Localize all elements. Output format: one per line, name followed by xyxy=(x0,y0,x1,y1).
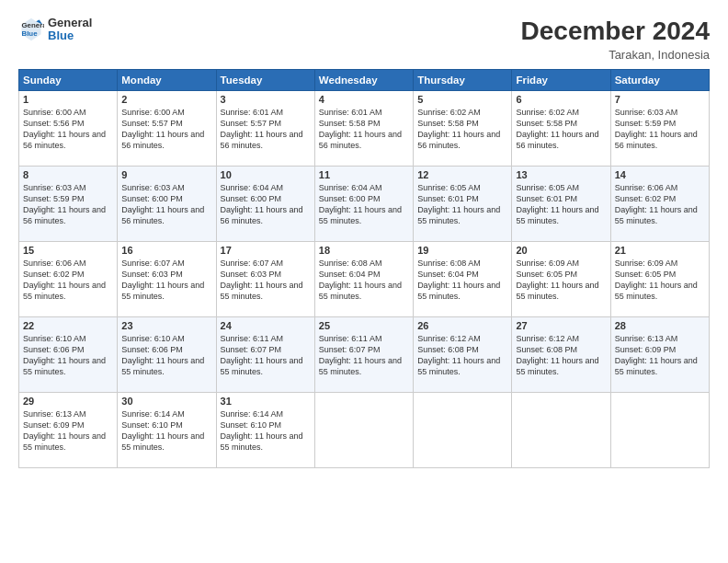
day-number: 31 xyxy=(221,396,311,407)
calendar-cell: 16Sunrise: 6:07 AMSunset: 6:03 PMDayligh… xyxy=(118,242,216,317)
cell-info: Sunrise: 6:07 AMSunset: 6:03 PMDaylight:… xyxy=(221,258,311,303)
day-number: 27 xyxy=(516,320,606,331)
cell-info: Sunrise: 6:03 AMSunset: 5:59 PMDaylight:… xyxy=(23,182,113,227)
day-number: 5 xyxy=(417,94,507,105)
day-number: 25 xyxy=(319,320,409,331)
day-number: 8 xyxy=(23,169,113,180)
calendar-cell: 24Sunrise: 6:11 AMSunset: 6:07 PMDayligh… xyxy=(216,317,314,393)
day-number: 2 xyxy=(121,94,211,105)
calendar-cell: 28Sunrise: 6:13 AMSunset: 6:09 PMDayligh… xyxy=(610,317,709,393)
calendar-cell: 19Sunrise: 6:08 AMSunset: 6:04 PMDayligh… xyxy=(414,242,512,317)
calendar-cell: 17Sunrise: 6:07 AMSunset: 6:03 PMDayligh… xyxy=(216,242,314,317)
day-number: 24 xyxy=(221,320,311,331)
day-number: 23 xyxy=(121,320,211,331)
logo-general: General xyxy=(48,17,92,29)
day-number: 14 xyxy=(615,169,705,180)
calendar-cell xyxy=(610,393,709,468)
cell-info: Sunrise: 6:09 AMSunset: 6:05 PMDaylight:… xyxy=(615,258,705,303)
calendar-cell: 31Sunrise: 6:14 AMSunset: 6:10 PMDayligh… xyxy=(216,393,314,468)
calendar-cell xyxy=(314,393,413,468)
day-number: 1 xyxy=(23,94,113,105)
day-number: 10 xyxy=(221,169,311,180)
day-number: 26 xyxy=(417,320,507,331)
calendar-cell xyxy=(512,393,610,468)
logo-blue: Blue xyxy=(48,29,92,42)
cell-info: Sunrise: 6:04 AMSunset: 6:00 PMDaylight:… xyxy=(319,182,409,227)
day-number: 12 xyxy=(417,169,507,180)
logo-icon: General Blue xyxy=(18,17,44,42)
calendar-cell: 10Sunrise: 6:04 AMSunset: 6:00 PMDayligh… xyxy=(216,167,314,242)
day-number: 13 xyxy=(516,169,606,180)
calendar-cell: 14Sunrise: 6:06 AMSunset: 6:02 PMDayligh… xyxy=(610,167,709,242)
header: General Blue General Blue December 2024 … xyxy=(18,17,710,62)
cell-info: Sunrise: 6:01 AMSunset: 5:58 PMDaylight:… xyxy=(319,107,409,152)
calendar-week-1: 1Sunrise: 6:00 AMSunset: 5:56 PMDaylight… xyxy=(19,91,710,167)
calendar-cell: 15Sunrise: 6:06 AMSunset: 6:02 PMDayligh… xyxy=(19,242,118,317)
weekday-header-friday: Friday xyxy=(512,70,610,91)
day-number: 30 xyxy=(121,396,211,407)
cell-info: Sunrise: 6:03 AMSunset: 5:59 PMDaylight:… xyxy=(615,107,705,152)
calendar-cell xyxy=(414,393,512,468)
day-number: 22 xyxy=(23,320,113,331)
calendar-cell: 20Sunrise: 6:09 AMSunset: 6:05 PMDayligh… xyxy=(512,242,610,317)
weekday-header-wednesday: Wednesday xyxy=(314,70,413,91)
day-number: 6 xyxy=(516,94,606,105)
calendar-cell: 25Sunrise: 6:11 AMSunset: 6:07 PMDayligh… xyxy=(314,317,413,393)
weekday-header-row: SundayMondayTuesdayWednesdayThursdayFrid… xyxy=(19,70,710,91)
cell-info: Sunrise: 6:00 AMSunset: 5:57 PMDaylight:… xyxy=(121,107,211,152)
calendar-cell: 22Sunrise: 6:10 AMSunset: 6:06 PMDayligh… xyxy=(19,317,118,393)
month-year: December 2024 xyxy=(521,17,710,46)
calendar-week-4: 22Sunrise: 6:10 AMSunset: 6:06 PMDayligh… xyxy=(19,317,710,393)
cell-info: Sunrise: 6:06 AMSunset: 6:02 PMDaylight:… xyxy=(23,258,113,303)
title-block: December 2024 Tarakan, Indonesia xyxy=(521,17,710,62)
cell-info: Sunrise: 6:01 AMSunset: 5:57 PMDaylight:… xyxy=(221,107,311,152)
calendar-cell: 4Sunrise: 6:01 AMSunset: 5:58 PMDaylight… xyxy=(314,91,413,167)
calendar-cell: 13Sunrise: 6:05 AMSunset: 6:01 PMDayligh… xyxy=(512,167,610,242)
calendar: SundayMondayTuesdayWednesdayThursdayFrid… xyxy=(18,69,710,468)
cell-info: Sunrise: 6:05 AMSunset: 6:01 PMDaylight:… xyxy=(516,182,606,227)
day-number: 29 xyxy=(23,396,113,407)
calendar-cell: 21Sunrise: 6:09 AMSunset: 6:05 PMDayligh… xyxy=(610,242,709,317)
cell-info: Sunrise: 6:11 AMSunset: 6:07 PMDaylight:… xyxy=(221,333,311,378)
cell-info: Sunrise: 6:06 AMSunset: 6:02 PMDaylight:… xyxy=(615,182,705,227)
cell-info: Sunrise: 6:09 AMSunset: 6:05 PMDaylight:… xyxy=(516,258,606,303)
location: Tarakan, Indonesia xyxy=(521,48,710,62)
calendar-cell: 11Sunrise: 6:04 AMSunset: 6:00 PMDayligh… xyxy=(314,167,413,242)
day-number: 9 xyxy=(121,169,211,180)
day-number: 17 xyxy=(221,245,311,256)
cell-info: Sunrise: 6:03 AMSunset: 6:00 PMDaylight:… xyxy=(121,182,211,227)
cell-info: Sunrise: 6:07 AMSunset: 6:03 PMDaylight:… xyxy=(121,258,211,303)
calendar-week-5: 29Sunrise: 6:13 AMSunset: 6:09 PMDayligh… xyxy=(19,393,710,468)
cell-info: Sunrise: 6:10 AMSunset: 6:06 PMDaylight:… xyxy=(121,333,211,378)
cell-info: Sunrise: 6:05 AMSunset: 6:01 PMDaylight:… xyxy=(417,182,507,227)
calendar-cell: 27Sunrise: 6:12 AMSunset: 6:08 PMDayligh… xyxy=(512,317,610,393)
cell-info: Sunrise: 6:14 AMSunset: 6:10 PMDaylight:… xyxy=(121,408,211,454)
cell-info: Sunrise: 6:00 AMSunset: 5:56 PMDaylight:… xyxy=(23,107,113,152)
weekday-header-thursday: Thursday xyxy=(414,70,512,91)
cell-info: Sunrise: 6:10 AMSunset: 6:06 PMDaylight:… xyxy=(23,333,113,378)
cell-info: Sunrise: 6:02 AMSunset: 5:58 PMDaylight:… xyxy=(516,107,606,152)
day-number: 28 xyxy=(615,320,705,331)
calendar-cell: 6Sunrise: 6:02 AMSunset: 5:58 PMDaylight… xyxy=(512,91,610,167)
calendar-cell: 2Sunrise: 6:00 AMSunset: 5:57 PMDaylight… xyxy=(118,91,216,167)
cell-info: Sunrise: 6:13 AMSunset: 6:09 PMDaylight:… xyxy=(23,408,113,454)
logo: General Blue General Blue xyxy=(18,17,92,43)
day-number: 16 xyxy=(121,245,211,256)
weekday-header-tuesday: Tuesday xyxy=(216,70,314,91)
cell-info: Sunrise: 6:08 AMSunset: 6:04 PMDaylight:… xyxy=(417,258,507,303)
day-number: 18 xyxy=(319,245,409,256)
day-number: 20 xyxy=(516,245,606,256)
calendar-week-3: 15Sunrise: 6:06 AMSunset: 6:02 PMDayligh… xyxy=(19,242,710,317)
day-number: 15 xyxy=(23,245,113,256)
svg-text:Blue: Blue xyxy=(22,29,39,38)
cell-info: Sunrise: 6:12 AMSunset: 6:08 PMDaylight:… xyxy=(516,333,606,378)
calendar-cell: 18Sunrise: 6:08 AMSunset: 6:04 PMDayligh… xyxy=(314,242,413,317)
weekday-header-sunday: Sunday xyxy=(19,70,118,91)
calendar-cell: 29Sunrise: 6:13 AMSunset: 6:09 PMDayligh… xyxy=(19,393,118,468)
day-number: 11 xyxy=(319,169,409,180)
cell-info: Sunrise: 6:13 AMSunset: 6:09 PMDaylight:… xyxy=(615,333,705,378)
calendar-cell: 30Sunrise: 6:14 AMSunset: 6:10 PMDayligh… xyxy=(118,393,216,468)
day-number: 7 xyxy=(615,94,705,105)
weekday-header-saturday: Saturday xyxy=(610,70,709,91)
weekday-header-monday: Monday xyxy=(118,70,216,91)
